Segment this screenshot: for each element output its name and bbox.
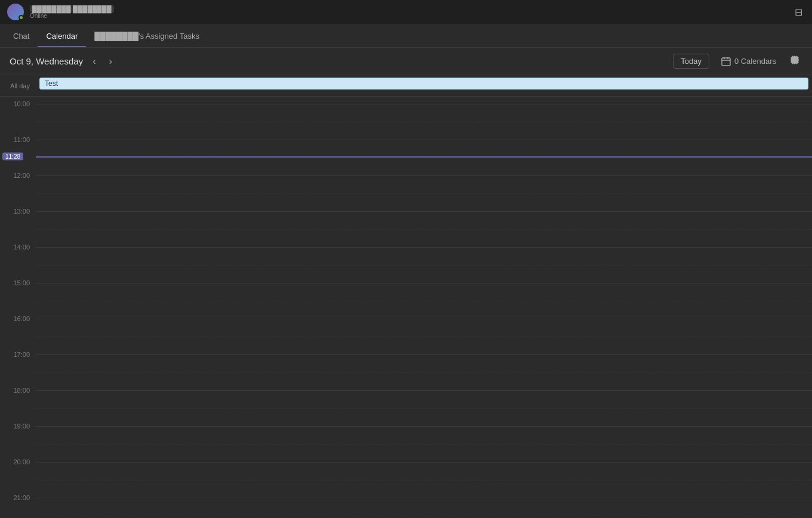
half-hour-line-13 [36, 229, 812, 230]
gear-icon [791, 56, 800, 65]
user-status: Online [30, 13, 114, 19]
allday-row: All day Test [0, 75, 812, 97]
user-name: ████████ ████████ [30, 5, 114, 13]
time-label-14: 14:00 [13, 243, 30, 251]
time-grid[interactable]: 0:001:002:003:004:005:006:007:008:009:00… [0, 97, 812, 518]
hour-line-14 [36, 247, 812, 248]
time-label-16: 16:00 [13, 315, 30, 322]
half-hour-line-17 [36, 372, 812, 373]
svg-rect-0 [722, 58, 730, 66]
calendar-body: All day Test 0:001:002:003:004:005:006:0… [0, 75, 812, 518]
time-label-20: 20:00 [13, 458, 30, 465]
title-bar-controls: ⊟ [792, 4, 805, 20]
hour-line-20 [36, 462, 812, 462]
title-bar: ████████ ████████ Online ⊟ [0, 0, 812, 24]
calendars-count-label: 0 Calendars [734, 57, 776, 66]
calendar-settings-button[interactable] [788, 53, 802, 70]
calendar-header-right: Today 0 Calendars [673, 53, 802, 70]
half-hour-line-19 [36, 444, 812, 445]
half-hour-line-16 [36, 337, 812, 337]
allday-label: All day [0, 75, 36, 96]
time-label-11: 11:00 [13, 136, 30, 143]
grid-lines[interactable] [36, 97, 812, 518]
half-hour-line-20 [36, 480, 812, 480]
calendars-button[interactable]: 0 Calendars [716, 54, 781, 69]
tab-chat[interactable]: Chat [5, 26, 38, 47]
hour-line-12 [36, 175, 812, 176]
time-label-12: 12:00 [13, 172, 30, 179]
allday-event[interactable]: Test [39, 78, 808, 90]
tab-assigned-tasks[interactable]: ████████'s Assigned Tasks [86, 26, 208, 47]
current-time-line [36, 156, 812, 158]
next-day-button[interactable]: › [105, 54, 115, 69]
hour-line-19 [36, 426, 812, 427]
half-hour-line-14 [36, 265, 812, 266]
current-time-label: 11:28 [2, 153, 23, 161]
half-hour-line-15 [36, 301, 812, 301]
time-label-15: 15:00 [13, 279, 30, 286]
time-label-17: 17:00 [13, 351, 30, 358]
hour-line-13 [36, 211, 812, 212]
calendar-header: Oct 9, Wednesday ‹ › Today 0 Calendars [0, 48, 812, 75]
tab-bar: Chat Calendar ████████'s Assigned Tasks [0, 24, 812, 48]
today-button[interactable]: Today [673, 54, 709, 69]
date-navigation: Oct 9, Wednesday ‹ › [10, 54, 116, 69]
half-hour-line-10 [36, 122, 812, 122]
time-label-19: 19:00 [13, 423, 30, 430]
calendar-icon [721, 57, 731, 66]
time-label-18: 18:00 [13, 387, 30, 394]
prev-day-button[interactable]: ‹ [89, 54, 99, 69]
hour-line-18 [36, 390, 812, 391]
time-gutter: 0:001:002:003:004:005:006:007:008:009:00… [0, 97, 36, 518]
user-info: ████████ ████████ Online [30, 5, 114, 19]
hour-line-10 [36, 104, 812, 104]
half-hour-line-21 [36, 516, 812, 516]
avatar [7, 4, 24, 20]
half-hour-line-11 [36, 158, 812, 158]
hour-line-21 [36, 498, 812, 498]
status-indicator [19, 15, 24, 20]
sidebar-toggle-button[interactable]: ⊟ [792, 4, 805, 20]
tab-calendar[interactable]: Calendar [38, 26, 86, 47]
hour-line-15 [36, 283, 812, 283]
hour-line-17 [36, 354, 812, 355]
half-hour-line-12 [36, 193, 812, 194]
half-hour-line-18 [36, 408, 812, 409]
allday-content[interactable]: Test [36, 75, 812, 96]
hour-line-11 [36, 140, 812, 140]
time-label-10: 10:00 [13, 100, 30, 107]
current-date-label: Oct 9, Wednesday [10, 56, 83, 66]
time-label-21: 21:00 [13, 494, 30, 501]
time-label-13: 13:00 [13, 208, 30, 215]
hour-line-16 [36, 319, 812, 319]
